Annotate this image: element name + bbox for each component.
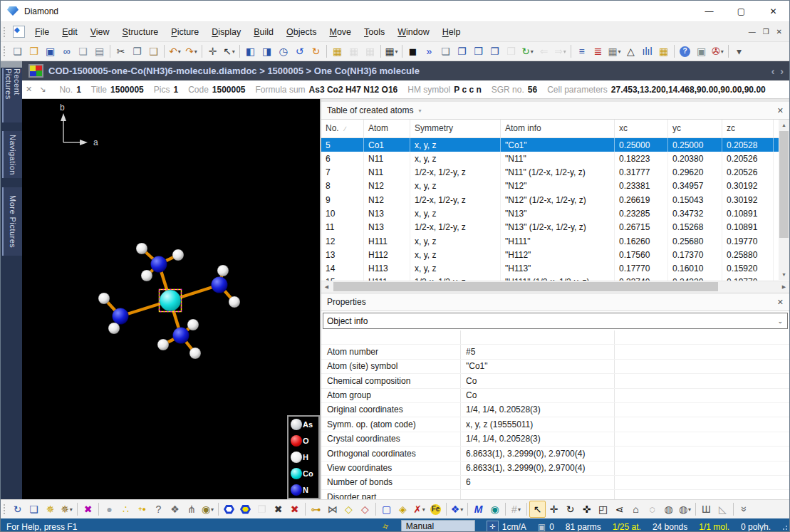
menu-structure[interactable]: Structure [116, 23, 165, 41]
property-row[interactable]: Atom (site) symbol"Co1" [321, 360, 789, 374]
remove-bonds-button[interactable]: ✗▾ [411, 501, 427, 518]
pan-tool-button[interactable]: ✛ [204, 43, 221, 60]
picture-creator-button-dropdown-icon[interactable]: ▾ [70, 506, 73, 513]
unit-cell-button[interactable]: ▢ [378, 501, 395, 518]
packing-button-dropdown-icon[interactable]: ▾ [460, 506, 463, 513]
save-button[interactable]: ▣ [42, 43, 58, 60]
property-row[interactable]: View coordinates6.8633(1), 3.2999(0), 2.… [321, 461, 789, 476]
edit-picture-button[interactable]: ❏ [26, 501, 42, 518]
rotate-x-mode-button[interactable]: ⋖ [611, 501, 628, 518]
structure-wizard-button[interactable]: ✵ [42, 501, 58, 518]
table-row[interactable]: 8N12x, y, z"N12"0.233810.349570.30192 [321, 179, 779, 193]
distance-plot-button[interactable]: △ [623, 43, 639, 60]
animate-options-button-dropdown-icon[interactable]: ▾ [688, 506, 691, 513]
menu-move[interactable]: Move [323, 23, 358, 41]
object-info-select[interactable]: Object info ⌄ [323, 313, 788, 329]
insert-atom-button[interactable]: +● [134, 501, 150, 518]
atom-H[interactable] [98, 293, 110, 304]
column-header-symmetry[interactable]: Symmetry [410, 120, 501, 137]
close-properties-pane-icon[interactable]: ✕ [777, 298, 784, 307]
maximize-button[interactable]: ▢ [725, 1, 757, 21]
sidebar-tab-recent-pictures[interactable]: Recent Pictures [2, 68, 22, 122]
history-pane-button[interactable]: ◷ [275, 43, 291, 60]
fill-sphere-button-dropdown-icon[interactable]: ▾ [211, 506, 214, 513]
next-picture-button-dropdown-icon[interactable]: ▾ [563, 48, 566, 55]
child-minimize-button[interactable]: — [749, 28, 756, 36]
nav-forward-icon[interactable]: › [780, 66, 784, 77]
menu-edit[interactable]: Edit [56, 23, 84, 41]
column-header-no[interactable]: No.∕ [321, 120, 364, 137]
data-sheet-button[interactable]: ▦▾ [383, 43, 400, 60]
nav-back-icon[interactable]: ‹ [771, 66, 775, 77]
table-view-button[interactable]: ▦▾ [606, 43, 623, 60]
menu-picture[interactable]: Picture [165, 23, 205, 41]
table-row[interactable]: 6N11x, y, z"N11"0.182230.203800.20526 [321, 152, 779, 165]
atom-H[interactable] [217, 265, 229, 276]
structure-picture-button[interactable]: ◼ [405, 43, 421, 60]
new-document-button[interactable]: ❏ [9, 43, 26, 60]
table-row[interactable]: 11N131/2-x, 1/2-y, z"N13" (1/2-x, 1/2-y,… [321, 221, 779, 234]
atom-Co[interactable] [160, 290, 181, 311]
zoom-mode-button[interactable]: ◰ [595, 501, 611, 518]
animate-mode-button[interactable]: ◍ [660, 501, 677, 518]
property-row[interactable]: Original coordinates1/4, 1/4, 0.20528(3) [321, 403, 789, 417]
atom-H[interactable] [141, 270, 152, 281]
menu-tools[interactable]: Tools [358, 23, 391, 41]
duplicate-picture-button[interactable]: ❒ [470, 43, 487, 60]
column-header-atominfo[interactable]: Atom info [501, 120, 615, 137]
property-row[interactable] [321, 330, 789, 345]
close-table-pane-icon[interactable]: ✕ [777, 106, 784, 115]
atom-H[interactable] [157, 339, 169, 350]
angle-measure-button[interactable]: ◺ [714, 501, 731, 518]
atom-N[interactable] [113, 308, 129, 325]
table-row[interactable]: 7N111/2-x, 1/2-y, z"N11" (1/2-x, 1/2-y, … [321, 166, 779, 179]
property-row[interactable]: Atom groupCo [321, 389, 789, 403]
atom-H[interactable] [136, 243, 147, 254]
property-row[interactable]: Chemical compositionCo [321, 374, 789, 388]
redo-button-dropdown-icon[interactable]: ▾ [194, 48, 197, 55]
grow-cluster-button[interactable]: ⋔ [183, 501, 199, 518]
snapshot-camera-button[interactable]: ▣ [693, 43, 710, 60]
add-element-fe-button[interactable]: Fe [427, 501, 444, 518]
atom-N[interactable] [212, 277, 228, 293]
spin-mode-button[interactable]: ◌ [644, 501, 660, 518]
table-row[interactable]: 14H113x, y, z"H113"0.177700.160100.15920 [321, 262, 779, 276]
paste-picture-button[interactable]: ❐ [487, 43, 503, 60]
pointer-tool-button-dropdown-icon[interactable]: ▾ [232, 48, 235, 55]
toolbar-grip[interactable] [3, 46, 6, 57]
menu-objects[interactable]: Objects [280, 23, 323, 41]
print-preview-button[interactable]: ❏ [75, 43, 91, 60]
scroll-left-icon[interactable]: ◀ [321, 281, 332, 292]
sidebar-tab-navigation[interactable]: Navigation [2, 131, 22, 178]
select-mode-button[interactable]: ↖ [529, 501, 546, 518]
column-header-atom[interactable]: Atom [364, 120, 410, 137]
fill-sphere-button[interactable]: ◉▾ [199, 501, 216, 518]
picture-history-button-dropdown-icon[interactable]: ▾ [531, 48, 534, 55]
atom-N[interactable] [173, 328, 189, 344]
scroll-down-icon[interactable]: ▼ [779, 269, 789, 280]
property-row[interactable]: Number of bonds6 [321, 476, 789, 490]
menu-grip[interactable] [3, 26, 6, 38]
vertical-scroll-thumb[interactable] [779, 131, 789, 238]
shift-mode-button[interactable]: ✜ [578, 501, 595, 518]
continue-build-button[interactable]: » [421, 43, 437, 60]
property-row[interactable]: Symm. op. (atom code)x, y, z (19555011) [321, 417, 789, 432]
table-row[interactable]: 5Co1x, y, z"Co1"0.250000.250000.20528 [321, 138, 779, 152]
menu-file[interactable]: File [28, 23, 56, 41]
video-record-button[interactable]: ✇▾ [710, 43, 726, 60]
expand-info-icon[interactable]: ↘ [39, 85, 46, 94]
scroll-right-icon[interactable]: ▶ [779, 281, 789, 292]
picture-creator-button[interactable]: ✵▾ [58, 501, 75, 518]
menu-window[interactable]: Window [391, 23, 435, 41]
create-bond-button[interactable]: ⊶ [308, 501, 324, 518]
create-edge-button[interactable]: ◇ [341, 501, 357, 518]
table-row[interactable]: 10N13x, y, z"N13"0.232850.347320.10891 [321, 207, 779, 220]
fill-unit-cell-button[interactable]: ◈ [395, 501, 411, 518]
destroy-all-button[interactable]: ✖ [80, 501, 96, 518]
copy-picture-button[interactable]: ❐ [454, 43, 470, 60]
polyhedron-fill-button[interactable] [237, 501, 254, 518]
previous-picture-button[interactable]: ⇐ [536, 43, 552, 60]
breadcrumb[interactable]: COD-1500005-one-Co(NH3)6-molecule.diamdo… [48, 66, 420, 76]
packing-button[interactable]: ❖▾ [449, 501, 465, 518]
new-structure-table-button[interactable]: ▦ [329, 43, 345, 60]
